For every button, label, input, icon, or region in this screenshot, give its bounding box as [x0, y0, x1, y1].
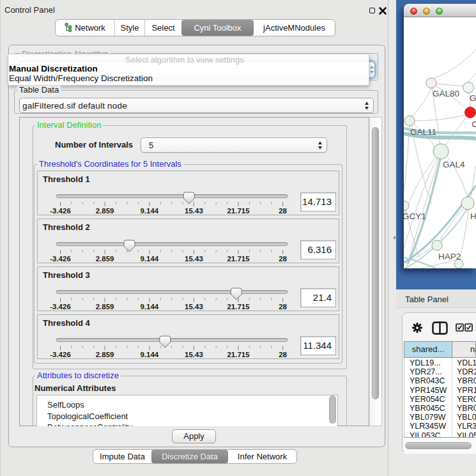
svg-text:GCY1: GCY1: [404, 211, 426, 221]
svg-text:H: H: [470, 211, 476, 221]
svg-text:GAL80: GAL80: [433, 89, 459, 98]
svg-text:GAL11: GAL11: [410, 127, 436, 137]
svg-text:C: C: [472, 119, 476, 129]
svg-text:GA: GA: [470, 93, 476, 103]
svg-text:GAL4: GAL4: [443, 160, 465, 169]
svg-text:HAP2: HAP2: [438, 252, 461, 261]
